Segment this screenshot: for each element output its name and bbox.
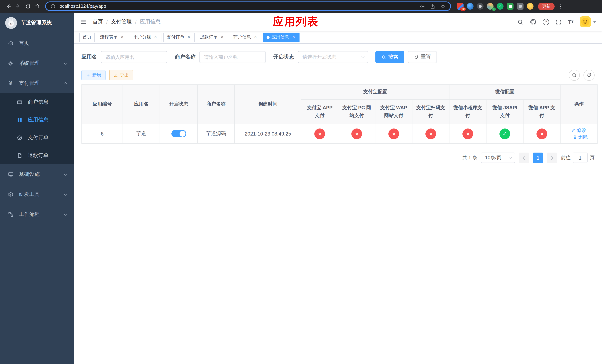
status-circle: ✓ xyxy=(499,128,510,139)
key-icon[interactable] xyxy=(419,3,425,9)
user-menu[interactable] xyxy=(580,16,596,27)
extension-icon[interactable]: 1 xyxy=(487,3,494,10)
overflow-menu-icon[interactable] xyxy=(558,3,563,9)
next-page-button[interactable] xyxy=(547,152,557,163)
avatar xyxy=(580,16,591,27)
prev-page-button[interactable] xyxy=(519,152,529,163)
home-icon[interactable] xyxy=(32,1,42,11)
browser-toolbar: localhost:1024/pay/app 10 1 更新 xyxy=(0,0,602,13)
page-button-1[interactable]: 1 xyxy=(533,152,543,163)
pagination: 共 1 条 10条/页 1 前往 页 xyxy=(81,152,595,163)
edit-link[interactable]: 修改 xyxy=(571,127,586,134)
sidebar-item-refund-orders[interactable]: 退款订单 xyxy=(0,147,74,164)
tab-home[interactable]: 首页 xyxy=(79,32,95,42)
caret-down-icon xyxy=(593,21,596,23)
url-bar[interactable]: localhost:1024/pay/app xyxy=(45,1,451,11)
group-alipay-config: 支付宝配置 xyxy=(301,85,449,99)
sidebar-item-workflow[interactable]: 工作流程 xyxy=(0,204,74,225)
hamburger-icon[interactable] xyxy=(74,19,93,25)
credit-card-icon xyxy=(16,99,23,105)
back-icon[interactable] xyxy=(4,1,13,11)
status-label: 开启状态 xyxy=(273,54,294,60)
help-icon[interactable]: ? xyxy=(543,19,549,25)
toggle-search-button[interactable] xyxy=(569,70,580,81)
export-button[interactable]: 导出 xyxy=(109,70,133,80)
cell-status xyxy=(160,124,197,143)
close-icon[interactable]: × xyxy=(186,35,191,40)
forward-icon[interactable] xyxy=(13,1,23,11)
goto-page-input[interactable] xyxy=(573,152,588,163)
sidebar-item-payment[interactable]: ¥ 支付管理 xyxy=(0,73,74,93)
monitor-icon xyxy=(7,171,14,177)
font-size-icon[interactable]: TT xyxy=(568,19,573,25)
extension-icon[interactable] xyxy=(517,3,524,10)
col-operations: 操作 xyxy=(560,85,597,124)
app-logo[interactable]: 芋道管理系统 xyxy=(0,13,74,33)
extension-icon[interactable] xyxy=(467,3,473,10)
github-icon[interactable] xyxy=(530,19,537,25)
sidebar-item-pay-orders[interactable]: 支付订单 xyxy=(0,129,74,147)
extension-icon[interactable] xyxy=(497,3,504,10)
chevron-left-icon xyxy=(523,156,526,160)
sidebar-item-dev-tools[interactable]: 研发工具 xyxy=(0,184,74,204)
add-button[interactable]: 新增 xyxy=(81,70,106,80)
tab-merchant-info[interactable]: 商户信息× xyxy=(230,32,261,42)
target-icon xyxy=(16,135,23,141)
breadcrumb-current: 应用信息 xyxy=(140,19,161,25)
chrome-update-button[interactable]: 更新 xyxy=(538,2,555,10)
chevron-down-icon xyxy=(64,61,67,65)
tags-view: 首页 流程表单× 用户分组× 支付订单× 退款订单× 商户信息× 应用信息× xyxy=(74,31,602,44)
extension-icon[interactable] xyxy=(507,3,514,10)
file-icon xyxy=(16,152,23,159)
tab-refund-orders[interactable]: 退款订单× xyxy=(197,32,228,42)
close-icon[interactable]: × xyxy=(253,35,258,40)
fullscreen-icon[interactable] xyxy=(556,19,562,25)
app-name-input[interactable] xyxy=(101,51,167,63)
tab-pay-orders[interactable]: 支付订单× xyxy=(163,32,195,42)
tab-process-form[interactable]: 流程表单× xyxy=(97,32,128,42)
search-icon[interactable] xyxy=(517,19,524,25)
sidebar-item-infra[interactable]: 基础设施 xyxy=(0,164,74,184)
chevron-down-icon xyxy=(508,155,512,159)
star-icon[interactable] xyxy=(440,3,446,9)
goto-label: 前往 xyxy=(561,154,570,161)
sidebar-item-system[interactable]: 系统管理 xyxy=(0,53,74,73)
chevron-down-icon xyxy=(64,172,67,176)
info-icon[interactable] xyxy=(50,4,55,9)
search-button[interactable]: 搜索 xyxy=(376,51,404,63)
extension-badge: 1 xyxy=(492,7,496,11)
share-icon[interactable] xyxy=(430,3,435,9)
sidebar-item-home[interactable]: 首页 xyxy=(0,33,74,53)
extension-icon[interactable]: 10 xyxy=(457,3,463,10)
col-wechat-app: 微信 APP 支付 xyxy=(523,99,560,124)
sidebar-item-merchant-info[interactable]: 商户信息 xyxy=(0,93,74,111)
status-circle: × xyxy=(537,128,547,139)
extensions-area: 10 1 xyxy=(457,3,534,10)
close-icon[interactable]: × xyxy=(220,35,225,40)
col-wechat-mini: 微信小程序支付 xyxy=(449,99,486,124)
close-icon[interactable]: × xyxy=(119,35,125,40)
app-name-label: 应用名 xyxy=(81,54,97,60)
status-select[interactable]: 请选择开启状态 xyxy=(298,51,368,63)
reset-button[interactable]: 重置 xyxy=(408,51,437,63)
reload-icon[interactable] xyxy=(23,1,32,11)
breadcrumb-home[interactable]: 首页 xyxy=(93,19,103,25)
extension-icon[interactable] xyxy=(527,3,534,10)
breadcrumb-payment[interactable]: 支付管理 xyxy=(111,19,132,25)
close-icon[interactable]: × xyxy=(153,35,158,40)
gear-icon xyxy=(7,60,14,66)
status-circle: × xyxy=(314,128,325,139)
refresh-button[interactable] xyxy=(583,70,595,81)
extension-icon[interactable] xyxy=(477,3,484,10)
merchant-name-input[interactable] xyxy=(199,51,266,63)
tab-app-info[interactable]: 应用信息× xyxy=(263,32,300,42)
page-size-select[interactable]: 10条/页 xyxy=(481,152,515,163)
sidebar-item-app-info[interactable]: 应用信息 xyxy=(0,111,74,129)
tab-user-group[interactable]: 用户分组× xyxy=(130,32,161,42)
chevron-up-icon xyxy=(64,82,67,86)
delete-link[interactable]: 删除 xyxy=(573,134,588,140)
close-icon[interactable]: × xyxy=(291,35,296,40)
chevron-right-icon xyxy=(550,156,553,160)
status-toggle[interactable] xyxy=(171,130,186,137)
col-app-name: 应用名 xyxy=(123,85,160,124)
